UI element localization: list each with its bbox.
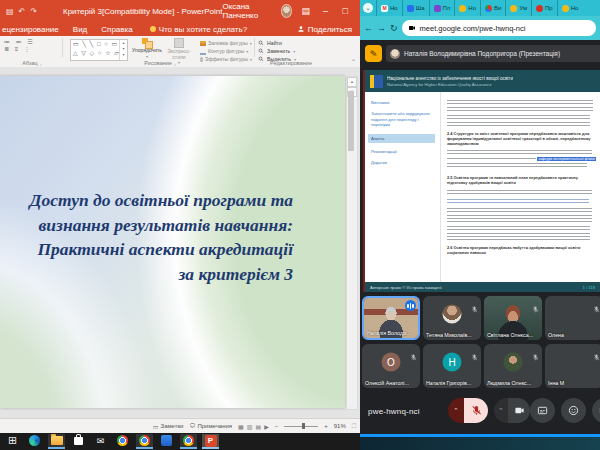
notes-button[interactable]: ▭Заметки	[153, 423, 184, 430]
sidebar-link-download[interactable]: Завантажити або видрукувати подання для …	[371, 111, 435, 127]
dialog-launcher-icon[interactable]: ⌟	[39, 60, 41, 66]
sidebar-link-recommendations[interactable]: Рекомендації	[371, 149, 435, 154]
zoom-slider-thumb[interactable]	[302, 423, 305, 429]
sidebar-link-annexes[interactable]: Додатки	[371, 160, 435, 165]
replace-button[interactable]: Заменить ▾	[258, 47, 318, 55]
reactions-button[interactable]	[561, 398, 586, 423]
slide-scrollbar[interactable]: ▲ ≡	[346, 76, 358, 410]
favicon	[407, 5, 414, 12]
taskbar-edge[interactable]	[26, 434, 43, 449]
browser-tab-4[interactable]: Но	[454, 0, 480, 16]
minimize-button[interactable]: –	[319, 1, 332, 21]
find-button[interactable]: Найти	[258, 39, 318, 47]
taskbar-store[interactable]	[70, 434, 87, 449]
browser-tab-5[interactable]: Ви	[480, 0, 505, 16]
reading-view-icon[interactable]: ▤	[255, 423, 261, 430]
reload-icon[interactable]: ↻	[390, 23, 398, 33]
tab-help[interactable]: Справка	[94, 25, 139, 34]
video-tile-1[interactable]: Наталія Володи...	[362, 296, 420, 340]
browser-tab-8[interactable]: Но	[557, 0, 583, 16]
zoom-out-icon[interactable]: −	[275, 423, 279, 429]
camera-button[interactable]	[508, 398, 530, 423]
tab-review[interactable]: ецензирование	[0, 25, 66, 34]
present-screen-button[interactable]	[592, 398, 600, 423]
sidebar-link-questionnaire[interactable]: Анкета	[368, 134, 435, 143]
browser-tab-7[interactable]: Пр	[531, 0, 557, 16]
browser-tab-3[interactable]: Пл	[429, 0, 455, 16]
video-tile-3[interactable]: Світлана Олекса...	[484, 296, 542, 340]
taskbar-file-explorer[interactable]	[48, 434, 65, 449]
comments-button[interactable]: 🗩Примечания	[189, 423, 232, 429]
save-icon[interactable]: ▤	[6, 7, 14, 16]
text-lines	[447, 226, 590, 240]
normal-view-icon[interactable]: ▦	[238, 423, 244, 430]
start-button[interactable]: ⊞	[4, 434, 21, 449]
arrange-button[interactable]: Упорядочить ▾	[132, 38, 162, 59]
share-button[interactable]: Поделиться	[297, 25, 360, 34]
browser-tab-6[interactable]: Ум	[505, 0, 531, 16]
account-name[interactable]: Оксана Панченко	[222, 2, 274, 20]
ribbon-display-options-icon[interactable]: ▤	[299, 1, 312, 21]
slide-title-line: Практичні аспекти акредитації	[1, 237, 293, 262]
scrollbar-thumb[interactable]	[348, 91, 354, 151]
slideshow-icon[interactable]: ▶	[264, 423, 269, 430]
zoom-level[interactable]: 91%	[334, 423, 346, 429]
gallery-scrollbar[interactable]: ▴▾▾	[119, 40, 127, 60]
taskbar-mail[interactable]: ✉	[92, 434, 109, 449]
camera-button-group[interactable]: ⌃	[494, 398, 530, 423]
mic-button-group[interactable]: ⌃	[448, 398, 488, 423]
redo-icon[interactable]: ↷	[30, 7, 37, 16]
collapse-ribbon-icon[interactable]: ⌃	[351, 58, 356, 65]
page-counter[interactable]: 1 / 118	[583, 285, 596, 290]
video-tile-7[interactable]: Людмила Олекс...	[484, 344, 542, 388]
video-tile-2[interactable]: Тетяна Миколаїв...	[423, 296, 481, 340]
slide[interactable]: Доступ до освітньої програми та визнання…	[0, 76, 345, 408]
shapes-gallery[interactable]: ▭ ╲ ╲ □ ○ ▭ △ ▽ ◇ ○ ☆ ▱ ▴▾▾	[70, 39, 128, 61]
account-avatar[interactable]	[281, 4, 293, 18]
powerpoint-window: ▤ ↶ ↷ Критерій 3[Compatibility Mode] - P…	[0, 0, 360, 433]
powerpoint-titlebar[interactable]: ▤ ↶ ↷ Критерій 3[Compatibility Mode] - P…	[0, 0, 360, 22]
undo-icon[interactable]: ↶	[19, 7, 26, 16]
taskbar-chrome-2[interactable]	[136, 434, 153, 449]
text-lines	[447, 190, 592, 197]
captions-button[interactable]	[530, 398, 555, 423]
scroll-up-icon[interactable]: ▲	[347, 77, 357, 87]
shared-screen[interactable]: Національне агентство із забезпечення як…	[363, 70, 600, 292]
desktop-screen: ▤ ↶ ↷ Критерій 3[Compatibility Mode] - P…	[0, 0, 600, 450]
zoom-in-icon[interactable]: +	[324, 423, 328, 429]
taskbar-blue-app[interactable]	[158, 434, 175, 449]
mic-options-chevron-icon[interactable]: ⌃	[448, 398, 464, 423]
video-tile-4[interactable]: Олена	[545, 296, 600, 340]
forward-icon[interactable]: →	[377, 23, 386, 33]
taskbar-chrome-3[interactable]	[180, 434, 197, 449]
video-tile-8[interactable]: Інна М	[545, 344, 600, 388]
slide-title[interactable]: Доступ до освітньої програми та визнання…	[1, 188, 293, 286]
back-icon[interactable]: ←	[364, 23, 373, 33]
browser-tab-1[interactable]: MНо	[376, 0, 402, 16]
restore-button[interactable]: □	[339, 1, 352, 21]
presenter-banner[interactable]: Наталія Володимирівна Подопригора (Презе…	[386, 45, 600, 62]
paragraph-group-icons[interactable]: ≔ ≕ ☰≣ ≡ ⋮	[4, 39, 58, 53]
video-tile-5[interactable]: О Олексій Анатолі...	[362, 344, 420, 388]
video-tile-6[interactable]: Н Наталія Григорів...	[423, 344, 481, 388]
sidebar-link-conclusions[interactable]: Висновки	[371, 100, 435, 105]
presentation-app-icon[interactable]: ✎	[365, 45, 382, 62]
mic-muted-button[interactable]	[464, 398, 488, 423]
dialog-launcher-icon[interactable]: ⌟	[173, 60, 175, 66]
tell-me-search[interactable]: Что вы хотите сделать?	[150, 25, 247, 34]
zoom-slider[interactable]	[284, 426, 318, 427]
shape-outline-button[interactable]: Контур фигуры ▾	[200, 47, 252, 55]
fit-to-window-icon[interactable]: ⛶	[352, 423, 356, 430]
slide-canvas[interactable]: Доступ до освітньої програми та визнання…	[0, 67, 360, 418]
shape-fill-button[interactable]: Заливка фигуры ▾	[200, 39, 252, 47]
slide-sorter-icon[interactable]: ▥	[247, 423, 253, 430]
taskbar-powerpoint[interactable]: P	[202, 434, 219, 449]
section-heading-2-5: 2.5 Освітня програма та навчальний план …	[447, 176, 596, 186]
camera-options-chevron-icon[interactable]: ⌃	[494, 398, 508, 423]
browser-tab-2[interactable]: Ша	[402, 0, 429, 16]
tab-view[interactable]: Вид	[66, 25, 94, 34]
quick-access-toolbar[interactable]: ▤ ↶ ↷	[6, 7, 37, 16]
address-bar[interactable]: meet.google.com/pwe-hwnq-nci	[402, 20, 596, 36]
taskbar-chrome[interactable]	[114, 434, 131, 449]
tab-search-icon[interactable]: ⌄	[363, 3, 373, 13]
